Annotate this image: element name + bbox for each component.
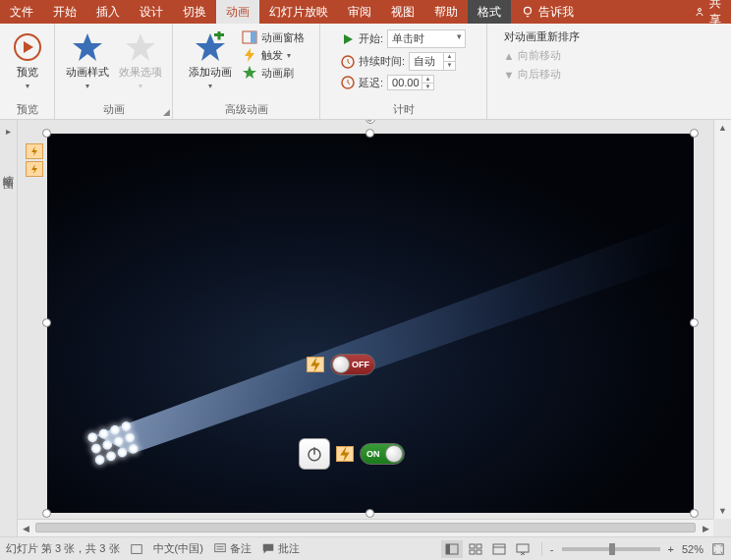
- preview-play-icon: [12, 31, 43, 63]
- animation-styles-button[interactable]: 动画样式 ▾: [66, 28, 109, 90]
- expand-thumbnails-button[interactable]: ▸: [6, 126, 11, 137]
- resize-handle-se[interactable]: [690, 509, 699, 518]
- off-toggle-group[interactable]: OFF: [307, 354, 375, 375]
- group-label-advanced: 高级动画: [173, 102, 319, 117]
- group-preview: 预览 ▾ 预览: [0, 24, 55, 119]
- resize-handle-nw[interactable]: [42, 129, 51, 138]
- scroll-right-button[interactable]: ▶: [698, 520, 713, 536]
- slideshow-view-button[interactable]: [512, 540, 534, 558]
- tab-design[interactable]: 设计: [130, 0, 173, 24]
- resize-handle-s[interactable]: [366, 509, 374, 518]
- animation-dialog-launcher[interactable]: ◢: [163, 107, 170, 117]
- thumbnails-label: 缩略图: [1, 166, 16, 172]
- rotation-handle[interactable]: [366, 120, 375, 124]
- tab-review[interactable]: 审阅: [338, 0, 381, 24]
- fit-to-window-button[interactable]: [711, 542, 725, 556]
- reading-view-button[interactable]: [488, 540, 510, 558]
- svg-rect-22: [131, 544, 141, 553]
- svg-point-1: [699, 9, 702, 12]
- tab-animations[interactable]: 动画: [216, 0, 259, 24]
- zoom-out-button[interactable]: -: [550, 543, 554, 555]
- on-toggle[interactable]: ON: [360, 443, 405, 465]
- reading-view-icon: [492, 543, 506, 555]
- tab-file[interactable]: 文件: [0, 0, 43, 24]
- svg-marker-3: [24, 41, 33, 53]
- add-animation-button[interactable]: 添加动画 ▾: [189, 28, 232, 90]
- share-button[interactable]: 共享: [684, 0, 731, 24]
- svg-rect-10: [251, 31, 256, 43]
- tab-help[interactable]: 帮助: [424, 0, 468, 24]
- resize-handle-sw[interactable]: [42, 509, 51, 518]
- language-indicator[interactable]: 中文(中国): [153, 541, 203, 556]
- clock-icon: [341, 55, 355, 69]
- workspace: ▸ 缩略图 OFF: [0, 120, 731, 536]
- power-icon: [306, 445, 323, 463]
- tab-slideshow[interactable]: 幻灯片放映: [259, 0, 338, 24]
- zoom-slider[interactable]: [562, 547, 660, 551]
- svg-rect-29: [477, 544, 481, 548]
- animation-painter-button[interactable]: 动画刷: [242, 65, 305, 81]
- scroll-left-button[interactable]: ◀: [18, 520, 33, 536]
- zoom-in-button[interactable]: +: [668, 543, 674, 555]
- thumbnails-panel-collapsed: ▸ 缩略图: [0, 120, 18, 536]
- normal-view-icon: [445, 543, 459, 555]
- svg-rect-31: [477, 550, 481, 554]
- svg-rect-27: [446, 544, 450, 554]
- animation-pane-button[interactable]: 动画窗格: [242, 29, 305, 45]
- scroll-down-button[interactable]: ▼: [714, 503, 731, 519]
- sorter-view-button[interactable]: [465, 540, 486, 558]
- animation-tag-1[interactable]: [26, 143, 43, 159]
- horizontal-scrollbar[interactable]: ◀ ▶: [18, 519, 713, 536]
- status-bar: 幻灯片 第 3 张，共 3 张 中文(中国) 备注 批注 - + 52%: [0, 536, 731, 560]
- start-label: 开始:: [359, 31, 383, 46]
- notes-button[interactable]: 备注: [213, 541, 252, 556]
- tab-transitions[interactable]: 切换: [173, 0, 216, 24]
- accessibility-icon[interactable]: [130, 542, 143, 556]
- power-button[interactable]: [299, 438, 330, 470]
- resize-handle-ne[interactable]: [690, 129, 699, 138]
- animation-tag-2[interactable]: [26, 161, 43, 177]
- svg-rect-34: [517, 544, 529, 552]
- share-icon: [694, 6, 705, 18]
- start-dropdown[interactable]: 单击时: [387, 29, 466, 48]
- trigger-button[interactable]: 触发 ▾: [242, 47, 305, 63]
- off-toggle[interactable]: OFF: [330, 354, 375, 375]
- comments-button[interactable]: 批注: [261, 541, 300, 556]
- tab-insert[interactable]: 插入: [86, 0, 130, 24]
- resize-handle-n[interactable]: [366, 129, 374, 138]
- down-arrow-icon: ▼: [504, 69, 515, 81]
- zoom-level[interactable]: 52%: [682, 543, 703, 555]
- on-toggle-group[interactable]: ON: [299, 438, 405, 470]
- svg-rect-32: [493, 544, 505, 554]
- slide-edit-area[interactable]: OFF ON: [18, 120, 731, 536]
- tell-me-search[interactable]: 告诉我: [511, 0, 584, 24]
- group-label-timing: 计时: [320, 102, 486, 117]
- slide-counter: 幻灯片 第 3 张，共 3 张: [6, 541, 120, 556]
- star-icon: [72, 31, 103, 63]
- svg-marker-21: [340, 446, 350, 462]
- duration-spinner[interactable]: 自动 ▲▼: [409, 52, 456, 71]
- preview-button[interactable]: 预览 ▾: [12, 28, 43, 90]
- selected-slide-object[interactable]: OFF ON: [47, 134, 694, 513]
- group-label-preview: 预览: [0, 102, 54, 117]
- scroll-up-button[interactable]: ▲: [714, 120, 731, 136]
- hscroll-thumb[interactable]: [35, 523, 696, 532]
- resize-handle-e[interactable]: [690, 318, 699, 327]
- light-beam-graphic: [96, 218, 686, 454]
- vertical-scrollbar[interactable]: ▲ ▼: [713, 120, 731, 519]
- effect-options-button: 效果选项 ▾: [119, 28, 162, 90]
- tab-format[interactable]: 格式: [468, 0, 511, 24]
- tab-home[interactable]: 开始: [43, 0, 86, 24]
- spotlight-source-graphic: [86, 420, 140, 467]
- slide-canvas: OFF ON: [47, 134, 694, 513]
- tab-view[interactable]: 视图: [381, 0, 424, 24]
- resize-handle-w[interactable]: [42, 318, 51, 327]
- svg-marker-11: [245, 48, 254, 62]
- up-arrow-icon: ▲: [504, 50, 515, 62]
- move-later-button: ▼ 向后移动: [504, 67, 580, 82]
- group-animation: 动画样式 ▾ 效果选项 ▾ 动画 ◢: [55, 24, 173, 119]
- ribbon: 预览 ▾ 预览 动画样式 ▾ 效果选项 ▾ 动画 ◢ 添加动画: [0, 24, 731, 120]
- play-icon: [341, 32, 355, 46]
- delay-spinner[interactable]: 00.00 ▲▼: [387, 75, 434, 90]
- normal-view-button[interactable]: [441, 540, 463, 558]
